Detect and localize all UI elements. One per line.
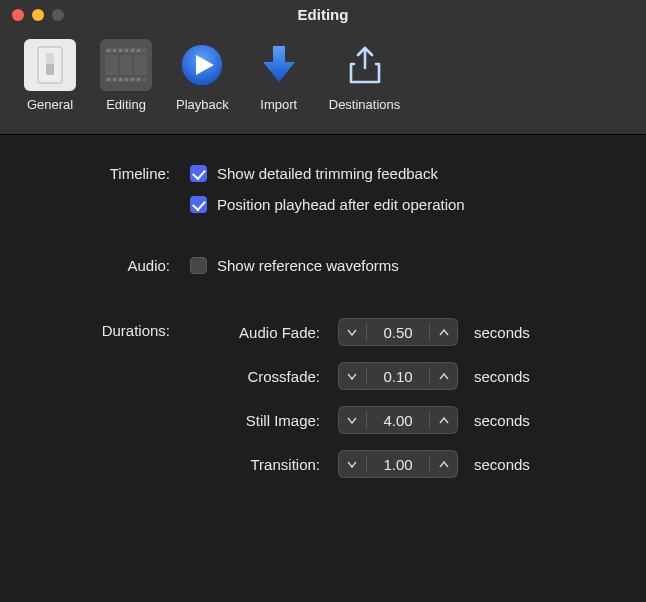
stepper-decrement[interactable] (338, 406, 366, 434)
svg-rect-7 (134, 55, 147, 75)
window-title: Editing (0, 6, 646, 23)
svg-rect-12 (131, 49, 134, 52)
destinations-icon (339, 39, 391, 91)
durations-block: Durations: Audio Fade: 0.50 seconds (40, 318, 606, 478)
timeline-row-2: Position playhead after edit operation (40, 196, 606, 213)
crossfade-stepper[interactable]: 0.10 (338, 362, 458, 390)
editing-pane: Timeline: Show detailed trimming feedbac… (0, 135, 646, 512)
svg-rect-15 (113, 78, 116, 81)
stepper-value: 0.50 (367, 324, 429, 341)
tab-label: General (27, 97, 73, 112)
svg-rect-8 (107, 49, 110, 52)
checkbox-position-playhead[interactable] (190, 196, 207, 213)
checkbox-label: Show reference waveforms (217, 257, 399, 274)
duration-row-crossfade: Crossfade: 0.10 seconds (190, 362, 530, 390)
tab-editing[interactable]: Editing (96, 37, 156, 114)
svg-rect-5 (105, 55, 118, 75)
tab-destinations[interactable]: Destinations (325, 37, 405, 114)
import-icon (253, 39, 305, 91)
svg-rect-6 (120, 55, 132, 75)
general-icon (24, 39, 76, 91)
svg-rect-13 (137, 49, 140, 52)
duration-label: Transition: (190, 456, 320, 473)
checkbox-detailed-trimming[interactable] (190, 165, 207, 182)
durations-list: Audio Fade: 0.50 seconds Crossfade: (190, 318, 530, 478)
duration-label: Audio Fade: (190, 324, 320, 341)
stepper-value: 4.00 (367, 412, 429, 429)
stepper-increment[interactable] (430, 362, 458, 390)
duration-label: Still Image: (190, 412, 320, 429)
svg-rect-19 (137, 78, 140, 81)
audio-fade-stepper[interactable]: 0.50 (338, 318, 458, 346)
stepper-decrement[interactable] (338, 362, 366, 390)
tab-playback[interactable]: Playback (172, 37, 233, 114)
duration-unit: seconds (474, 324, 530, 341)
svg-rect-17 (125, 78, 128, 81)
timeline-row-1: Timeline: Show detailed trimming feedbac… (40, 165, 606, 182)
preferences-toolbar: General Editing (0, 29, 646, 135)
stepper-increment[interactable] (430, 406, 458, 434)
stepper-increment[interactable] (430, 450, 458, 478)
tab-label: Destinations (329, 97, 401, 112)
still-image-stepper[interactable]: 4.00 (338, 406, 458, 434)
tab-label: Import (260, 97, 297, 112)
checkbox-label: Position playhead after edit operation (217, 196, 465, 213)
window-controls (12, 9, 64, 21)
editing-icon (100, 39, 152, 91)
duration-unit: seconds (474, 368, 530, 385)
tab-import[interactable]: Import (249, 37, 309, 114)
svg-rect-2 (46, 53, 54, 64)
timeline-section-label: Timeline: (40, 165, 170, 182)
duration-unit: seconds (474, 412, 530, 429)
durations-section-label: Durations: (40, 318, 170, 339)
svg-rect-10 (119, 49, 122, 52)
audio-section-label: Audio: (40, 257, 170, 274)
svg-rect-14 (107, 78, 110, 81)
duration-label: Crossfade: (190, 368, 320, 385)
svg-rect-11 (125, 49, 128, 52)
duration-row-audio-fade: Audio Fade: 0.50 seconds (190, 318, 530, 346)
tab-label: Editing (106, 97, 146, 112)
zoom-window-button[interactable] (52, 9, 64, 21)
stepper-value: 1.00 (367, 456, 429, 473)
stepper-decrement[interactable] (338, 318, 366, 346)
close-window-button[interactable] (12, 9, 24, 21)
audio-row-1: Audio: Show reference waveforms (40, 257, 606, 274)
duration-unit: seconds (474, 456, 530, 473)
checkbox-reference-waveforms[interactable] (190, 257, 207, 274)
tab-general[interactable]: General (20, 37, 80, 114)
minimize-window-button[interactable] (32, 9, 44, 21)
duration-row-still-image: Still Image: 4.00 seconds (190, 406, 530, 434)
stepper-value: 0.10 (367, 368, 429, 385)
svg-rect-9 (113, 49, 116, 52)
playback-icon (176, 39, 228, 91)
transition-stepper[interactable]: 1.00 (338, 450, 458, 478)
svg-rect-16 (119, 78, 122, 81)
tab-label: Playback (176, 97, 229, 112)
duration-row-transition: Transition: 1.00 seconds (190, 450, 530, 478)
checkbox-label: Show detailed trimming feedback (217, 165, 438, 182)
titlebar: Editing (0, 0, 646, 29)
stepper-decrement[interactable] (338, 450, 366, 478)
stepper-increment[interactable] (430, 318, 458, 346)
svg-rect-18 (131, 78, 134, 81)
